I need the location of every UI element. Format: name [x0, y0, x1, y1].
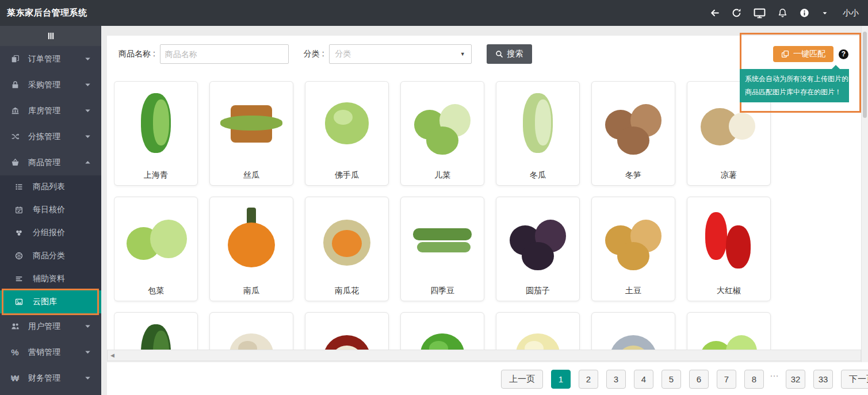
page-number-button[interactable]: 7 — [717, 370, 736, 389]
product-name: 南瓜花 — [305, 286, 388, 296]
caret-down-icon — [82, 106, 93, 115]
users-icon — [9, 322, 21, 331]
image-icon — [14, 298, 24, 306]
sidebar-subitem-label: 辅助资料 — [33, 274, 65, 284]
product-card[interactable]: 儿菜 — [400, 81, 484, 186]
pagination: 上一页12345678…3233下一页 — [501, 370, 868, 389]
sidebar-item[interactable]: 分拣管理 — [0, 124, 101, 149]
info-icon[interactable] — [800, 8, 809, 18]
clone-icon — [781, 50, 789, 58]
sidebar-item[interactable]: 库房管理 — [0, 98, 101, 124]
product-image — [596, 319, 670, 350]
match-tooltip: 系统会自动为所有没有上传图片的 商品匹配图片库中存在的图片！ — [740, 69, 849, 102]
product-image — [596, 87, 670, 162]
page-number-button[interactable]: 3 — [606, 370, 626, 389]
product-card[interactable]: 丝瓜 — [209, 81, 293, 186]
sidebar-subitem[interactable]: 每日核价 — [0, 198, 101, 221]
product-image — [501, 87, 575, 162]
sidebar-item[interactable]: %营销管理 — [0, 339, 101, 365]
match-button-row: 一键匹配 ? — [773, 46, 848, 62]
page-number-button[interactable]: 4 — [634, 370, 653, 389]
refresh-icon[interactable] — [732, 8, 741, 18]
scroll-left-arrow-icon[interactable]: ◀ — [108, 352, 114, 358]
tooltip-line: 商品匹配图片库中存在的图片！ — [745, 86, 844, 99]
sidebar-collapse-button[interactable] — [0, 26, 101, 46]
product-card[interactable] — [687, 312, 771, 350]
bell-icon[interactable] — [778, 8, 787, 18]
next-page-button[interactable]: 下一页 — [841, 370, 868, 389]
product-card[interactable] — [496, 312, 580, 350]
pagination-panel: 上一页12345678…3233下一页 — [107, 362, 868, 395]
sidebar-item-label: 用户管理 — [28, 321, 82, 332]
caret-down-icon — [82, 55, 93, 63]
sidebar-item-label: 商品管理 — [28, 158, 82, 168]
page-number-button[interactable]: 33 — [813, 370, 833, 389]
monitor-icon[interactable] — [754, 7, 766, 19]
one-click-match-button[interactable]: 一键匹配 — [773, 46, 833, 62]
match-button-label: 一键匹配 — [793, 49, 825, 59]
sidebar-item-label: 库房管理 — [28, 106, 82, 116]
product-card[interactable]: 土豆 — [591, 197, 675, 301]
horizontal-scrollbar[interactable]: ◀ — [107, 350, 861, 361]
sidebar-subitem[interactable]: 商品列表 — [0, 175, 101, 198]
product-card[interactable]: 四季豆 — [400, 197, 484, 301]
product-card[interactable]: 圆茄子 — [496, 197, 580, 301]
product-card[interactable]: 南瓜花 — [305, 197, 389, 301]
product-card[interactable]: 冬瓜 — [496, 81, 580, 186]
product-card[interactable]: 佛手瓜 — [305, 81, 389, 186]
search-button[interactable]: 搜索 — [487, 44, 532, 64]
product-card[interactable]: 南瓜 — [209, 197, 293, 301]
page-number-button[interactable]: 32 — [786, 370, 805, 389]
caret-down-icon[interactable] — [821, 10, 828, 17]
sidebar-item[interactable]: 商品管理 — [0, 149, 101, 175]
sidebar-subitem[interactable]: 分组报价 — [0, 221, 101, 244]
category-select[interactable]: 分类 ▼ — [329, 44, 472, 64]
header-icon-group — [710, 7, 828, 19]
sidebar-item-label: 财务管理 — [28, 373, 82, 384]
product-name-input[interactable] — [160, 44, 289, 64]
product-image — [692, 203, 766, 278]
product-image — [692, 319, 766, 350]
prev-page-button[interactable]: 上一页 — [501, 370, 543, 389]
sidebar-item[interactable]: 用户管理 — [0, 313, 101, 339]
product-card[interactable]: 冬笋 — [591, 81, 675, 186]
page-number-button[interactable]: 6 — [689, 370, 709, 389]
product-name: 大红椒 — [687, 286, 770, 296]
calendar-icon — [14, 206, 24, 214]
sidebar-subitem[interactable]: 云图库 — [0, 290, 101, 313]
sidebar-subitem[interactable]: 商品分类 — [0, 244, 101, 267]
copy-icon — [9, 55, 21, 63]
sidebar: 订单管理采购管理库房管理分拣管理商品管理商品列表每日核价分组报价商品分类辅助资料… — [0, 26, 101, 395]
page-number-button[interactable]: 2 — [579, 370, 598, 389]
sidebar-item[interactable]: ₩财务管理 — [0, 365, 101, 391]
product-name: 佛手瓜 — [305, 170, 388, 181]
product-image — [215, 319, 288, 350]
sidebar-item[interactable]: 订单管理 — [0, 46, 101, 72]
vertical-scrollbar[interactable] — [861, 26, 868, 362]
user-name[interactable]: 小小 — [843, 8, 859, 18]
product-card[interactable] — [400, 312, 484, 350]
product-image — [310, 203, 384, 278]
back-icon[interactable] — [710, 8, 720, 18]
product-card[interactable] — [305, 312, 389, 350]
product-name: 丝瓜 — [210, 170, 293, 181]
product-card[interactable]: 大红椒 — [687, 197, 771, 301]
product-card[interactable]: 上海青 — [114, 81, 198, 186]
scrollbar-thumb[interactable] — [863, 32, 867, 118]
sidebar-subitem-label: 云图库 — [33, 297, 57, 307]
page-number-button[interactable]: 1 — [551, 370, 571, 389]
caret-down-icon — [82, 80, 93, 89]
help-icon[interactable]: ? — [839, 49, 848, 59]
sidebar-subitem-label: 每日核价 — [33, 205, 65, 215]
page-number-button[interactable]: 5 — [661, 370, 681, 389]
product-card[interactable] — [591, 312, 675, 350]
sidebar-subitem[interactable]: 辅助资料 — [0, 267, 101, 290]
page-number-button[interactable]: 8 — [744, 370, 764, 389]
sidebar-item-label: 分拣管理 — [28, 132, 82, 142]
product-card[interactable]: 包菜 — [114, 197, 198, 301]
tooltip-line: 系统会自动为所有没有上传图片的 — [745, 72, 844, 86]
category-icon — [14, 252, 24, 260]
product-card[interactable] — [209, 312, 293, 350]
product-card[interactable] — [114, 312, 198, 350]
sidebar-item[interactable]: 采购管理 — [0, 72, 101, 98]
